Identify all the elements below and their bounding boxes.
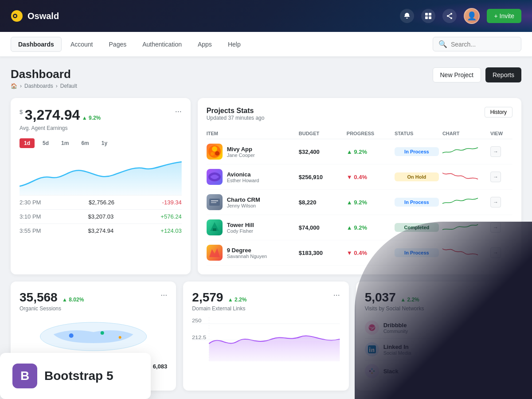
grid-icon[interactable]: [421, 9, 435, 23]
project-owner-avionica: Esther Howard: [227, 178, 259, 183]
projects-header: Projects Stats Updated 37 minutes ago Hi…: [207, 107, 512, 121]
svg-rect-3: [425, 13, 428, 16]
earnings-more-button[interactable]: ···: [175, 107, 182, 116]
filter-6m[interactable]: 6m: [77, 138, 93, 148]
view-charto-button[interactable]: →: [490, 197, 501, 207]
sessions-more-button[interactable]: ···: [160, 290, 167, 300]
social-change: ▲ 2.2%: [400, 297, 419, 303]
filter-1d[interactable]: 1d: [20, 138, 35, 148]
project-thumb-avionica: [207, 169, 223, 185]
project-info: Charto CRM Jenny Wilson: [207, 194, 295, 210]
earnings-change: ▲ 9.2%: [82, 115, 101, 121]
breadcrumb-dashboards[interactable]: Dashboards: [24, 83, 53, 89]
dribbble-change: ▲ 2.6%: [495, 329, 512, 334]
slack-icon: [365, 364, 379, 378]
svg-point-7: [450, 13, 452, 15]
row-1: ··· $ 3,274.94 ▲ 9.2% Avg. Agent Earning…: [11, 98, 521, 274]
stat-row-3: 3:55 PM $3,274.94 +124.03: [20, 223, 182, 238]
invite-button[interactable]: + Invite: [487, 9, 521, 23]
status-tower: Completed: [395, 223, 439, 232]
budget-avionica: $256,910: [299, 174, 343, 180]
view-9degree-button[interactable]: →: [490, 247, 501, 258]
project-owner-9degree: Savannah Nguyen: [227, 254, 267, 259]
col-budget: BUDGET: [299, 131, 343, 136]
svg-line-11: [449, 16, 451, 18]
project-info: 9 Degree Savannah Nguyen: [207, 245, 295, 261]
project-name-avionica: Avionica: [227, 171, 259, 178]
view-avionica-button[interactable]: →: [490, 172, 501, 182]
filter-5d[interactable]: 5d: [38, 138, 53, 148]
table-row: 9 Degree Savannah Nguyen $183,300 ▼ 0.4%…: [207, 240, 512, 266]
chart-avionica: [442, 169, 487, 184]
history-button[interactable]: History: [485, 107, 512, 117]
time-filters: 1d 5d 1m 6m 1y: [20, 138, 182, 148]
project-info: Tower Hill Cody Fisher: [207, 219, 295, 235]
project-owner-mivy: Jane Cooper: [227, 153, 255, 158]
earnings-amount-area: $ 3,274.94 ▲ 9.2%: [20, 107, 182, 123]
breadcrumb: 🏠 › Dashboards › Default: [11, 83, 77, 89]
project-name-charto: Charto CRM: [227, 196, 260, 203]
slack-change: ▲ 0.2%: [495, 372, 512, 377]
table-row: Avionica Esther Howard $256,910 ▼ 0.4% O…: [207, 164, 512, 190]
svg-rect-19: [211, 202, 216, 203]
svg-point-8: [447, 15, 449, 17]
topbar: Oswald 👤 + Invite: [0, 0, 532, 32]
earnings-card: ··· $ 3,274.94 ▲ 9.2% Avg. Agent Earning…: [11, 98, 191, 274]
logo-icon: [11, 10, 23, 22]
svg-rect-18: [211, 200, 218, 201]
share-icon[interactable]: [442, 9, 457, 23]
svg-line-10: [449, 14, 451, 16]
new-project-button[interactable]: New Project: [433, 67, 481, 82]
projects-title: Projects Stats: [207, 107, 265, 115]
col-chart: CHART: [442, 131, 487, 136]
linkedin-type: Social Media: [383, 350, 411, 356]
sessions-change: ▲ 8.02%: [62, 297, 84, 303]
page-actions: New Project Reports: [433, 67, 522, 82]
nav-item-help[interactable]: Help: [221, 37, 248, 51]
progress-avionica: ▼ 0.4%: [347, 174, 391, 180]
reports-button[interactable]: Reports: [485, 67, 521, 82]
linkedin-count: 1,088: [495, 343, 512, 350]
project-owner-tower: Cody Fisher: [227, 228, 254, 234]
links-more-button[interactable]: ···: [333, 290, 340, 300]
nav-item-pages[interactable]: Pages: [102, 37, 134, 51]
nav-item-dashboards[interactable]: Dashboards: [11, 37, 62, 52]
search-input[interactable]: [451, 41, 516, 48]
nav-item-authentication[interactable]: Authentication: [135, 37, 189, 51]
view-mivy-button[interactable]: →: [490, 146, 501, 157]
svg-rect-4: [429, 13, 431, 16]
search-icon: 🔍: [438, 40, 447, 48]
svg-rect-20: [213, 228, 216, 231]
social-more-button[interactable]: ···: [506, 290, 512, 300]
svg-rect-5: [425, 16, 428, 19]
filter-1y[interactable]: 1y: [97, 138, 112, 148]
main-content: Dashboard 🏠 › Dashboards › Default New P…: [0, 57, 532, 399]
val-2: $3,207.03: [88, 213, 113, 220]
title-area: Dashboard 🏠 › Dashboards › Default: [11, 67, 77, 89]
progress-mivy: ▲ 9.2%: [347, 149, 391, 155]
dribbble-name: Dribbble: [383, 322, 408, 329]
project-info: Mivy App Jane Cooper: [207, 144, 295, 160]
notifications-icon[interactable]: [400, 9, 414, 23]
svg-point-13: [212, 146, 217, 152]
avatar[interactable]: 👤: [464, 8, 480, 24]
svg-rect-36: [373, 371, 375, 372]
bootstrap-overlay-card: B Bootstrap 5: [0, 353, 151, 399]
projects-card: Projects Stats Updated 37 minutes ago Hi…: [198, 98, 521, 274]
nav-item-account[interactable]: Account: [63, 37, 100, 51]
linkedin-change: ▼ 0.4%: [495, 350, 512, 356]
social-label: Visits by Social Networks: [365, 305, 512, 312]
nav-item-apps[interactable]: Apps: [191, 37, 219, 51]
svg-point-15: [211, 152, 214, 156]
filter-1m[interactable]: 1m: [57, 138, 73, 148]
social-networks-card: ··· 5,037 ▲ 2.2% Visits by Social Networ…: [356, 282, 521, 391]
links-change: ▲ 2.2%: [228, 297, 247, 303]
slack-name: Slack: [383, 368, 399, 375]
view-tower-button[interactable]: →: [490, 222, 501, 233]
project-thumb-tower: [207, 219, 223, 235]
time-2: 3:10 PM: [20, 213, 41, 220]
external-links-card: ··· 2,579 ▲ 2.2% Domain External Links 2…: [183, 282, 348, 391]
projects-subtitle: Updated 37 minutes ago: [207, 115, 265, 121]
time-3: 3:55 PM: [20, 227, 41, 234]
dribbble-icon: [365, 321, 379, 335]
